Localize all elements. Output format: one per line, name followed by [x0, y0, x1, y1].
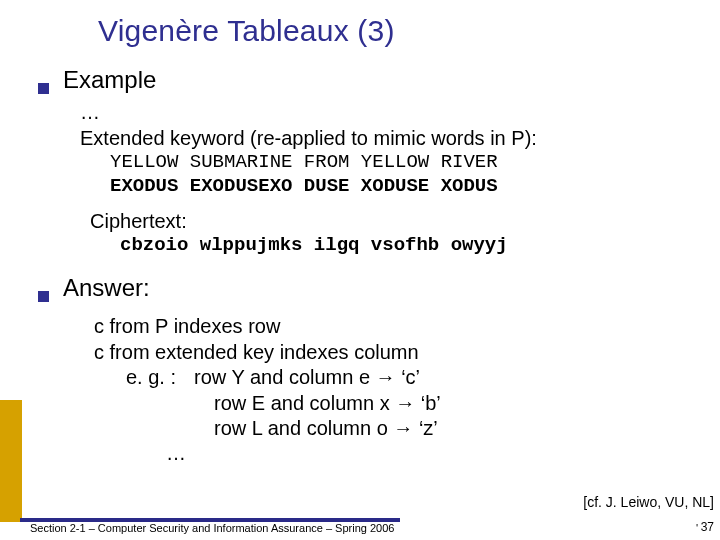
ciphertext-label: Ciphertext: [90, 209, 710, 235]
footer-text: Section 2-1 – Computer Security and Info… [30, 522, 394, 534]
answer-heading: Answer: [63, 274, 150, 302]
citation: [cf. J. Leiwo, VU, NL] [583, 494, 714, 510]
slide-content: Vigenère Tableaux (3) Example … Extended… [0, 0, 720, 465]
eg-mapping-3: row L and column o → ‘z’ [214, 416, 710, 442]
eg-mapping-1: row Y and column e → ‘c’ [194, 365, 420, 391]
ciphertext-line: cbzoio wlppujmks ilgq vsofhb owyyj [120, 234, 710, 258]
example-ellipsis: … [80, 100, 710, 126]
square-bullet-icon [38, 291, 49, 302]
example-heading-row: Example [38, 66, 710, 94]
page-title: Vigenère Tableaux (3) [98, 14, 710, 48]
page-number: 37 [701, 520, 714, 534]
eg-label: e. g. : [126, 365, 176, 391]
answer-line1: c from P indexes row [94, 314, 710, 340]
plaintext-line: YELLOW SUBMARINE FROM YELLOW RIVER [110, 151, 710, 175]
example-row-1: e. g. : row Y and column e → ‘c’ [126, 365, 710, 391]
example-section: Example … Extended keyword (re-applied t… [38, 66, 710, 258]
answer-section: Answer: c from P indexes row c from exte… [38, 274, 710, 465]
small-mark: ' [696, 522, 698, 534]
answer-line2: c from extended key indexes column [94, 340, 710, 366]
key-line: EXODUS EXODUSEXO DUSE XODUSE XODUS [110, 175, 710, 199]
example-heading: Example [63, 66, 156, 94]
extended-keyword-label: Extended keyword (re-applied to mimic wo… [80, 126, 710, 152]
accent-underline [20, 518, 400, 522]
eg-mapping-2: row E and column x → ‘b’ [214, 391, 710, 417]
trailing-ellipsis: … [166, 442, 710, 465]
square-bullet-icon [38, 83, 49, 94]
answer-heading-row: Answer: [38, 274, 710, 302]
